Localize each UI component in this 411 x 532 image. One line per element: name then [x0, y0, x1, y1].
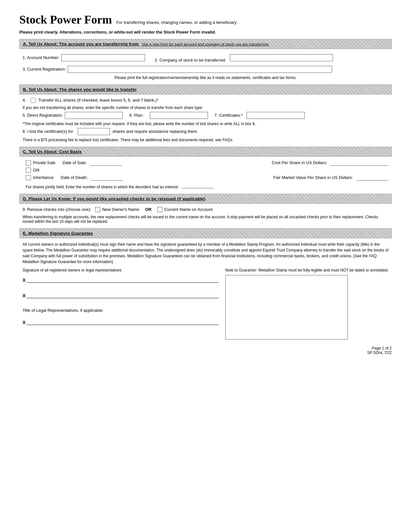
fee-note: There is a $75 processing fee to replace… [23, 138, 388, 142]
private-sale-checkbox[interactable] [26, 160, 31, 165]
page-footer: Page 1 of 2 SP SOnL 7/22 [19, 346, 392, 355]
sig-instructions-label: Signature of all registered owners or le… [23, 268, 219, 272]
shares-intro: If you are not transferring all shares, … [23, 105, 388, 110]
current-registration-input[interactable] [68, 66, 332, 73]
shares-fields-row: 5. Direct Registration: 6. Plan: 7. Cert… [23, 112, 388, 119]
lost-cert-suffix: shares and require assistance replacing … [113, 129, 198, 134]
date-of-death-input[interactable] [91, 175, 123, 181]
inheritance-checkbox[interactable] [26, 175, 31, 180]
inheritance-row: Inheritance Date of Death: Fair Market V… [23, 175, 388, 181]
company-stock-input[interactable] [230, 54, 333, 61]
item4-prefix: 4. [23, 98, 26, 103]
fair-market-label: Fair Market Value Per Share in US Dollar… [273, 175, 353, 180]
section-b-header: B. Tell Us About: The shares you would l… [19, 84, 392, 94]
title-row: Stock Power Form For transferring shares… [19, 13, 392, 26]
lost-cert-row: 8. I lost the certificate(s) for shares … [23, 128, 388, 135]
section-d: D. Please Let Us Know: If you would like… [19, 194, 392, 224]
sig-x-2: X [23, 293, 25, 298]
date-of-sale-input[interactable] [90, 160, 122, 166]
current-name-label: Current Name on Account [164, 207, 213, 212]
page-subtitle: For transferring shares, changing names,… [116, 20, 237, 25]
cost-per-share-input[interactable] [330, 160, 388, 166]
section-a: A. Tell Us About: The account you are tr… [19, 39, 392, 80]
jointly-held-row: For shares jointly held: Enter the numbe… [23, 182, 388, 189]
new-owner-checkbox[interactable] [95, 207, 100, 212]
direct-reg-input[interactable] [65, 112, 123, 119]
fair-market-input[interactable] [356, 175, 388, 181]
current-registration-label: 3. Current Registration: [23, 67, 66, 72]
direct-reg-label: 5. Direct Registration: [23, 113, 63, 118]
page-title: Stock Power Form [19, 13, 112, 26]
private-sale-label: Private Sale [33, 160, 55, 165]
section-e-header: E. Medallion Signature Guarantee [19, 228, 392, 238]
jointly-held-input[interactable] [181, 182, 214, 188]
cert-note: *The original certificates must be inclu… [23, 122, 388, 126]
section-c-header: C. Tell Us About: Cost Basis [19, 147, 392, 157]
or-label: OR [145, 207, 152, 212]
section-d-header: D. Please Let Us Know: If you would like… [19, 194, 392, 204]
transfer-all-label: Transfer ALL shares (If checked, leave b… [38, 98, 159, 103]
date-of-death-label: Date of Death: [61, 175, 88, 180]
lost-cert-label: 8. I lost the certificate(s) for [23, 129, 73, 134]
sig-input-1[interactable] [27, 277, 219, 283]
footer-form: SP SOnL 7/22 [19, 350, 392, 355]
medallion-para: All current owners or authorized individ… [23, 241, 388, 265]
registration-note: Please print the full registration/names… [23, 75, 388, 80]
sig-input-3[interactable] [27, 319, 219, 325]
sig-line-3: X [23, 319, 219, 325]
cost-per-share-label: Cost Per Share in US Dollars: [272, 160, 327, 165]
plan-input[interactable] [150, 112, 208, 119]
current-name-checkbox[interactable] [157, 207, 162, 212]
transfer-all-checkbox[interactable] [31, 98, 36, 103]
reissue-label: 9. Reissue checks into (choose one): [23, 207, 91, 212]
new-owner-label: New Owner's Name [102, 207, 139, 212]
account-number-row: 1. Account Number: 2. Company of stock t… [23, 52, 388, 63]
current-registration-row: 3. Current Registration: [23, 66, 388, 73]
sig-lines: X X Title of Legal Representatives, if a… [23, 277, 219, 325]
signature-right-container: Note to Guarantor: Medallion Stamp must … [225, 268, 388, 340]
account-number-input[interactable] [61, 54, 145, 61]
section-a-header: A. Tell Us About: The account you are tr… [19, 39, 392, 49]
private-sale-row: Private Sale Date of Sale: Cost Per Shar… [23, 160, 388, 166]
certificates-input[interactable] [247, 112, 305, 119]
signature-left: Signature of all registered owners or le… [23, 268, 219, 340]
gift-checkbox[interactable] [26, 168, 31, 173]
section-c: C. Tell Us About: Cost Basis Private Sal… [19, 147, 392, 189]
date-of-sale-label: Date of Sale: [63, 160, 87, 165]
title-rep-label: Title of Legal Representatives, if appli… [23, 308, 219, 313]
plan-label: 6. Plan: [129, 113, 143, 118]
note-to-guarantor: Note to Guarantor: Medallion Stamp must … [225, 268, 388, 272]
signature-section: Signature of all registered owners or le… [23, 268, 388, 340]
transfer-all-row: 4. Transfer ALL shares (If checked, leav… [23, 98, 388, 103]
section-e: E. Medallion Signature Guarantee All cur… [19, 228, 392, 340]
warning-text: Please print clearly. Alterations, corre… [19, 30, 392, 34]
sig-line-1: X [23, 277, 219, 283]
lost-cert-input[interactable] [78, 128, 110, 135]
gift-row: Gift [23, 168, 388, 173]
reissue-note: When transferring to multiple accounts, … [23, 215, 388, 224]
gift-label: Gift [33, 168, 39, 172]
account-number-label: 1. Account Number: [23, 55, 59, 60]
inheritance-label: Inheritance [33, 175, 54, 180]
sig-x-1: X [23, 278, 25, 283]
sig-line-2: X [23, 292, 219, 298]
sig-input-2[interactable] [27, 292, 219, 298]
section-b: B. Tell Us About: The shares you would l… [19, 84, 392, 142]
medallion-stamp-box [225, 275, 348, 340]
certificates-label: 7. Certificates:* [214, 113, 243, 118]
footer-page: Page 1 of 2 [19, 346, 392, 350]
company-stock-label: 2. Company of stock to be transferred: [155, 52, 226, 63]
sig-x-3: X [23, 320, 25, 325]
jointly-held-note: For shares jointly held: Enter the numbe… [26, 185, 179, 189]
reissue-row: 9. Reissue checks into (choose one): New… [23, 207, 388, 212]
